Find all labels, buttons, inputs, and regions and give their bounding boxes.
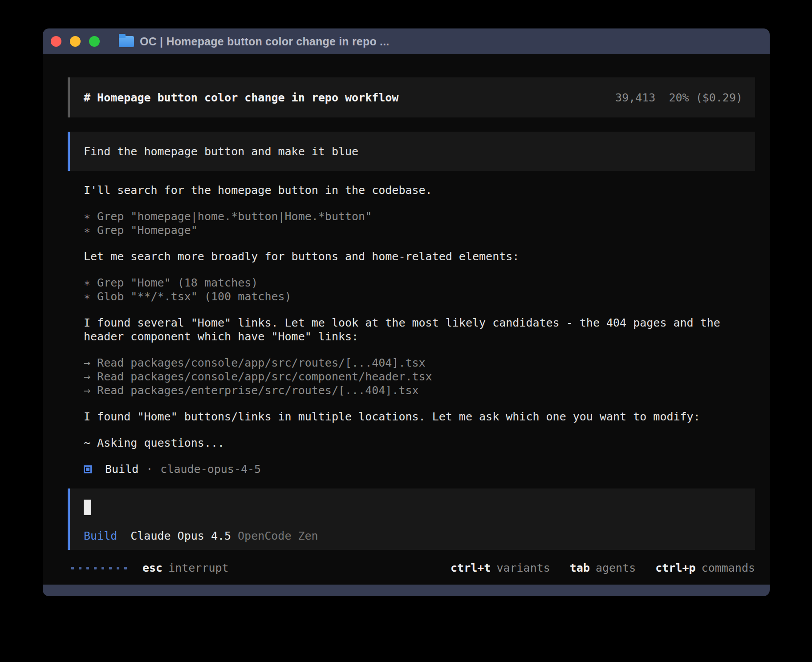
hint-label: agents [596, 561, 636, 574]
tool-call-read: → Read packages/enterprise/src/routes/[.… [84, 383, 755, 397]
agent-model: claude-opus-4-5 [160, 462, 261, 476]
tool-call-group: → Read packages/console/app/src/routes/[… [84, 356, 755, 397]
hint-key: tab [570, 561, 590, 574]
context-cost: 20% ($0.29) [669, 91, 743, 104]
zoom-button[interactable] [89, 36, 100, 47]
model-info-line: Build Claude Opus 4.5 OpenCode Zen [84, 529, 741, 542]
assistant-paragraph: I found several "Home" links. Let me loo… [84, 316, 743, 343]
agent-status-line: Build · claude-opus-4-5 [84, 462, 755, 476]
assistant-paragraph: I'll search for the homepage button in t… [84, 183, 755, 197]
status-bar: esc interrupt ctrl+t variants tab agents… [68, 561, 755, 574]
terminal-content[interactable]: # Homepage button color change in repo w… [43, 54, 770, 585]
prompt-input[interactable]: Build Claude Opus 4.5 OpenCode Zen [68, 488, 755, 550]
session-header: # Homepage button color change in repo w… [68, 77, 755, 117]
tool-call-group: ∗ Grep "homepage|home.*button|Home.*butt… [84, 210, 755, 237]
close-button[interactable] [51, 36, 61, 47]
assistant-paragraph: I found "Home" buttons/links in multiple… [84, 410, 755, 424]
hint-label: variants [496, 561, 550, 574]
hint-key: ctrl+p [655, 561, 695, 574]
hint-key: ctrl+t [451, 561, 491, 574]
user-message-text: Find the homepage button and make it blu… [84, 145, 358, 158]
working-status: ~ Asking questions... [84, 436, 755, 450]
session-stats: 39,413 20% ($0.29) [615, 91, 743, 104]
tool-call-glob: ∗ Glob "**/*.tsx" (100 matches) [84, 290, 755, 303]
tool-call-grep: ∗ Grep "Homepage" [84, 223, 755, 237]
separator-dot: · [146, 462, 153, 476]
hint-label: commands [702, 561, 755, 574]
esc-key-label: interrupt [168, 561, 228, 574]
agent-name: Build [105, 462, 138, 476]
tool-call-grep: ∗ Grep "Home" (18 matches) [84, 276, 755, 290]
app-window: OC | Homepage button color change in rep… [43, 28, 770, 596]
spinner-dots-icon [71, 567, 132, 569]
session-title: # Homepage button color change in repo w… [84, 91, 398, 104]
tool-call-read: → Read packages/console/app/src/componen… [84, 370, 755, 383]
status-right: ctrl+t variants tab agents ctrl+p comman… [431, 561, 755, 574]
input-model-label: Claude Opus 4.5 [130, 529, 231, 542]
assistant-paragraph: Let me search more broadly for buttons a… [84, 250, 755, 263]
agent-icon [84, 465, 92, 473]
hint-commands: ctrl+p commands [655, 561, 755, 574]
hint-agents: tab agents [570, 561, 636, 574]
tool-call-grep: ∗ Grep "homepage|home.*button|Home.*butt… [84, 210, 755, 223]
user-message: Find the homepage button and make it blu… [68, 132, 755, 171]
input-agent-label: Build [84, 529, 117, 542]
tool-call-group: ∗ Grep "Home" (18 matches) ∗ Glob "**/*.… [84, 276, 755, 303]
tool-call-read: → Read packages/console/app/src/routes/[… [84, 356, 755, 370]
folder-icon[interactable] [119, 36, 134, 47]
input-provider-label: OpenCode Zen [238, 529, 318, 542]
window-title: OC | Homepage button color change in rep… [140, 35, 389, 48]
hint-variants: ctrl+t variants [451, 561, 550, 574]
status-left: esc interrupt [68, 561, 229, 574]
minimize-button[interactable] [70, 36, 81, 47]
esc-key-hint: esc [142, 561, 162, 574]
token-count: 39,413 [615, 91, 655, 104]
title-bar: OC | Homepage button color change in rep… [43, 28, 770, 54]
text-cursor [84, 500, 91, 515]
